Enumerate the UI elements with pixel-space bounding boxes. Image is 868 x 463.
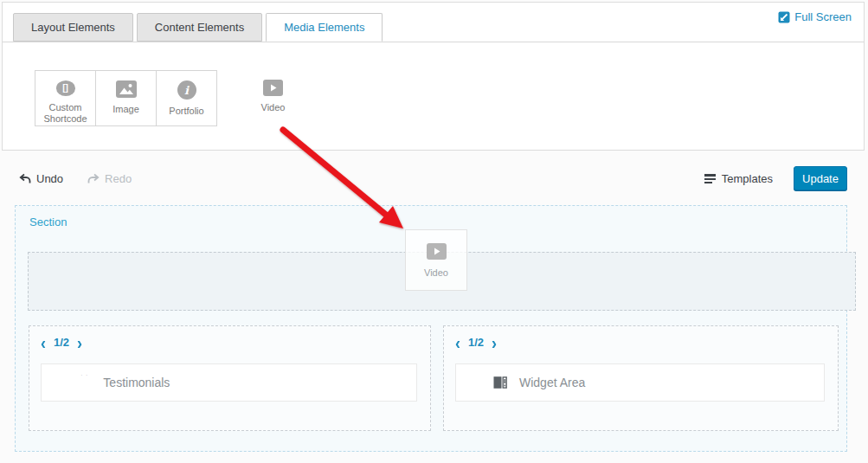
tab-media-elements[interactable]: Media Elements [266,13,383,42]
templates-icon [704,173,717,184]
column-right[interactable]: ‹ 1/2 › Widget Area [443,325,839,431]
media-element-buttons: [] Custom Shortcode Image i Portfolio [35,70,304,126]
button-label: Portfolio [169,106,203,118]
undo-icon [19,173,31,184]
section-container[interactable]: Section Video ‹ 1/2 › [15,205,847,452]
image-icon [116,80,137,98]
column-size-controls: ‹ 1/2 › [444,326,838,349]
fullscreen-icon [778,11,790,23]
canvas-toolbar: Undo Redo T [19,165,847,191]
column-width-label: 1/2 [468,336,484,349]
column-size-controls: ‹ 1/2 › [29,326,430,349]
tab-content-elements[interactable]: Content Elements [137,13,262,42]
fullscreen-button[interactable]: Full Screen [778,10,852,23]
ghost-label: Video [424,267,448,278]
chevron-left-icon[interactable]: ‹ [455,337,460,349]
element-label: Widget Area [519,376,585,389]
testimonials-element[interactable]: ” Testimonials [41,363,417,402]
chevron-right-icon[interactable]: › [77,337,82,349]
video-icon [427,243,447,260]
widget-area-element[interactable]: Widget Area [455,363,825,402]
custom-shortcode-button[interactable]: [] Custom Shortcode [35,70,96,126]
widget-area-icon [493,376,507,389]
redo-button[interactable]: Redo [87,172,132,185]
image-button[interactable]: Image [95,70,157,126]
section-label: Section [29,215,67,228]
button-label: Custom Shortcode [35,102,95,126]
button-label: Image [113,104,139,116]
undo-button[interactable]: Undo [19,172,63,185]
redo-label: Redo [105,172,132,185]
element-label: Testimonials [103,376,170,389]
redo-icon [87,173,100,184]
testimonials-icon: ” [79,375,91,390]
shortcode-icon: [] [56,80,75,96]
tab-bar: Layout Elements Content Elements Media E… [3,13,864,42]
video-icon [263,80,283,96]
portfolio-button[interactable]: i Portfolio [156,70,217,126]
undo-label: Undo [36,172,63,185]
elements-panel: Layout Elements Content Elements Media E… [2,2,865,151]
drag-ghost-video[interactable]: Video [405,229,467,291]
column-width-label: 1/2 [54,336,69,349]
update-button[interactable]: Update [794,166,847,190]
templates-label: Templates [722,172,773,185]
page-builder: Layout Elements Content Elements Media E… [0,0,868,463]
builder-canvas-area: Undo Redo T [0,151,868,463]
column-left[interactable]: ‹ 1/2 › ” Testimonials [29,325,431,431]
tab-layout-elements[interactable]: Layout Elements [13,13,133,42]
templates-button[interactable]: Templates [704,172,773,185]
button-label: Video [261,102,286,114]
video-button[interactable]: Video [242,70,304,126]
chevron-left-icon[interactable]: ‹ [41,337,46,349]
fullscreen-label: Full Screen [794,10,852,23]
portfolio-icon: i [177,80,196,100]
chevron-right-icon[interactable]: › [492,337,497,349]
